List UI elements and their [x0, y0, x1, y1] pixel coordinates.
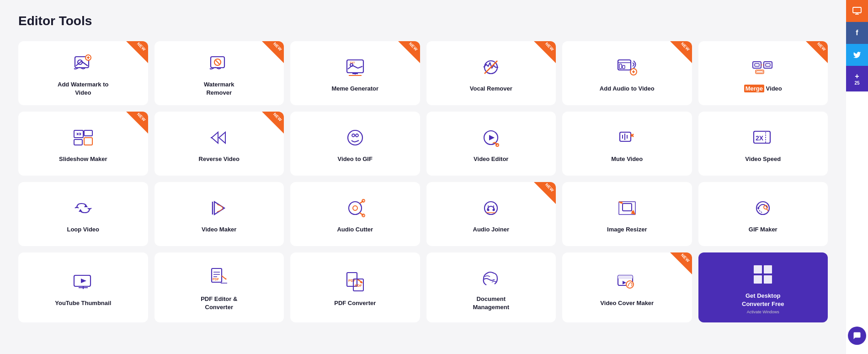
- card-loop-video[interactable]: Loop Video: [18, 182, 148, 246]
- card-label: Merge Video: [744, 85, 782, 93]
- card-reverse-video[interactable]: NEW Reverse Video: [154, 112, 284, 176]
- svg-point-65: [353, 206, 357, 210]
- card-mute-video[interactable]: Mute Video: [562, 112, 692, 176]
- svg-line-13: [352, 65, 358, 68]
- svg-marker-60: [84, 204, 88, 207]
- svg-rect-32: [756, 70, 764, 74]
- new-badge: NEW: [126, 112, 148, 134]
- card-video-editor[interactable]: Video Editor: [426, 112, 556, 176]
- tool-icon-speed: 2X: [751, 126, 775, 150]
- tool-icon-video-cover: [615, 270, 639, 294]
- card-label: YouTube Thumbnail: [55, 299, 111, 307]
- svg-rect-113: [764, 265, 772, 274]
- svg-text:TXT: TXT: [350, 61, 355, 64]
- card-label: Mute Video: [611, 155, 643, 163]
- svg-rect-29: [764, 62, 772, 68]
- card-audio-cutter[interactable]: Audio Cutter: [290, 182, 420, 246]
- svg-point-46: [356, 134, 358, 137]
- social-sidebar: f + 25: [846, 0, 868, 354]
- card-gif-maker[interactable]: GIF Maker: [698, 182, 828, 246]
- tool-icon-document: [479, 266, 503, 290]
- svg-text:PDF: PDF: [213, 278, 219, 281]
- card-watermark-remover[interactable]: NEW WatermarkRemover: [154, 41, 284, 105]
- chat-btn[interactable]: [848, 327, 866, 345]
- main-content: Editor Tools NEW Add Watermark toVideo: [0, 0, 846, 354]
- card-label: Video Speed: [745, 155, 781, 163]
- tool-icon-loop: [71, 196, 95, 220]
- new-badge: NEW: [534, 182, 556, 204]
- svg-point-111: [626, 281, 634, 288]
- tool-icon-pdf-convert: PDF PDF: [343, 270, 367, 294]
- card-label: GIF Maker: [749, 225, 777, 234]
- svg-rect-23: [623, 65, 625, 69]
- svg-rect-112: [754, 265, 762, 274]
- tool-icon-video-maker: [207, 196, 231, 220]
- card-label: PDF Editor &Converter: [201, 295, 237, 311]
- card-audio-joiner[interactable]: NEW Audio Joiner: [426, 182, 556, 246]
- card-meme-generator[interactable]: NEW TXT Meme Generator: [290, 41, 420, 105]
- svg-point-36: [77, 133, 79, 135]
- svg-text:PDF: PDF: [355, 284, 362, 288]
- card-label: Add Audio to Video: [600, 85, 655, 93]
- svg-rect-38: [84, 130, 92, 136]
- card-slideshow-maker[interactable]: NEW Slideshow Maker: [18, 112, 148, 176]
- card-label: Loop Video: [67, 225, 99, 234]
- card-label: WatermarkRemover: [204, 80, 234, 97]
- svg-rect-27: [753, 62, 761, 68]
- desktop-icon-btn[interactable]: [846, 0, 868, 22]
- tool-icon-youtube: [71, 270, 95, 294]
- svg-line-14: [358, 66, 362, 68]
- new-badge: NEW: [262, 112, 284, 134]
- tool-icon-gif: [343, 126, 367, 150]
- share-count-btn[interactable]: + 25: [846, 66, 868, 91]
- card-vocal-remover[interactable]: NEW Vocal Remover: [426, 41, 556, 105]
- card-get-desktop[interactable]: Get DesktopConverter Free Activate Windo…: [698, 252, 828, 322]
- page-title: Editor Tools: [18, 14, 828, 28]
- card-label: Slideshow Maker: [59, 155, 107, 163]
- svg-text:2X: 2X: [756, 134, 764, 142]
- card-label: Video Editor: [474, 155, 508, 163]
- card-label: Add Watermark toVideo: [58, 80, 108, 97]
- card-add-watermark[interactable]: NEW Add Watermark toVideo: [18, 41, 148, 105]
- card-youtube-thumbnail[interactable]: YouTube Thumbnail: [18, 252, 148, 322]
- card-label: Video Cover Maker: [600, 299, 654, 307]
- svg-rect-40: [84, 138, 92, 145]
- tools-grid: NEW Add Watermark toVideo NEW: [18, 41, 828, 322]
- tool-icon-audio-cut: [343, 196, 367, 220]
- tool-icon-reverse: [207, 126, 231, 150]
- new-badge: NEW: [126, 41, 148, 63]
- tool-icon-audio-join: [479, 196, 503, 220]
- card-pdf-editor[interactable]: PDF PDF Editor &Converter: [154, 252, 284, 322]
- card-document-management[interactable]: DocumentManagement: [426, 252, 556, 322]
- svg-line-2: [76, 61, 81, 66]
- card-label: Image Resizer: [607, 225, 647, 234]
- facebook-share-btn[interactable]: f: [846, 22, 868, 44]
- svg-marker-48: [489, 135, 495, 140]
- card-video-cover-maker[interactable]: NEW Video Cover Maker: [562, 252, 692, 322]
- card-label: Audio Cutter: [337, 225, 373, 234]
- svg-rect-33: [756, 71, 763, 73]
- svg-marker-41: [212, 132, 218, 143]
- tool-icon-video-edit: [479, 126, 503, 150]
- svg-line-99: [222, 276, 226, 279]
- card-add-audio[interactable]: NEW Add Audio to Video: [562, 41, 692, 105]
- card-label: Video Maker: [202, 225, 236, 234]
- twitter-share-btn[interactable]: [846, 44, 868, 66]
- card-video-speed[interactable]: 2X Video Speed: [698, 112, 828, 176]
- card-video-maker[interactable]: Video Maker: [154, 182, 284, 246]
- svg-line-50: [493, 142, 495, 143]
- card-image-resizer[interactable]: Image Resizer: [562, 182, 692, 246]
- card-merge-video[interactable]: NEW Merge Video: [698, 41, 828, 105]
- svg-line-9: [216, 60, 219, 64]
- svg-rect-116: [853, 7, 861, 13]
- new-badge: NEW: [534, 41, 556, 63]
- tool-icon-merge: [751, 55, 775, 79]
- new-badge: NEW: [670, 41, 692, 63]
- activate-windows-text: Activate Windows: [747, 310, 779, 314]
- card-pdf-converter[interactable]: PDF PDF PDF Converter: [290, 252, 420, 322]
- new-badge: NEW: [262, 41, 284, 63]
- card-label: DocumentManagement: [473, 295, 509, 311]
- share-count: 25: [854, 80, 859, 86]
- card-video-to-gif[interactable]: Video to GIF: [290, 112, 420, 176]
- svg-rect-39: [74, 139, 82, 145]
